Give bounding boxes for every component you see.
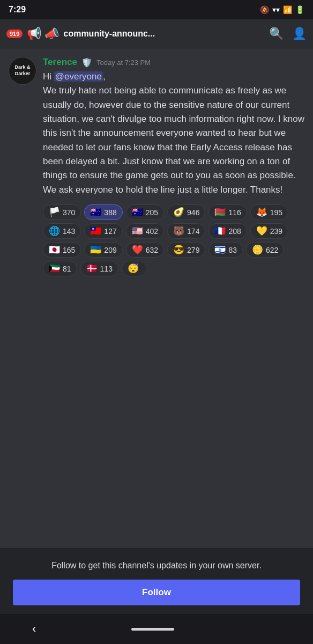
follow-text: Follow to get this channel's updates in … xyxy=(13,559,300,572)
reaction-count: 209 xyxy=(104,246,116,254)
app-header: 919 📢 📣 community-announc... 🔍 👤 xyxy=(0,19,313,48)
reaction-count: 388 xyxy=(104,208,116,217)
username: Terence xyxy=(43,57,77,68)
reaction-emoji: 💛 xyxy=(256,226,267,236)
reaction-count: 83 xyxy=(228,246,237,254)
follow-banner: Follow to get this channel's updates in … xyxy=(0,548,313,614)
reaction-emoji: 🪙 xyxy=(252,245,263,254)
reaction-pill[interactable]: 🐻174 xyxy=(167,223,205,239)
reaction-emoji: 🐻 xyxy=(173,226,184,236)
reaction-emoji: ❤️ xyxy=(132,245,143,254)
reaction-count: 946 xyxy=(187,208,199,217)
reaction-count: 116 xyxy=(228,208,241,217)
reaction-emoji: 🇺🇸 xyxy=(132,226,143,236)
header-actions: 🔍 👤 xyxy=(269,27,307,41)
reaction-count: 165 xyxy=(63,246,75,254)
reaction-count: 143 xyxy=(63,227,75,236)
channel-name: community-announc... xyxy=(63,29,265,39)
reaction-count: 370 xyxy=(63,208,75,217)
bottom-nav: ‹ xyxy=(0,614,313,644)
battery-icon: 🔋 xyxy=(295,5,304,14)
reaction-emoji: 🇫🇷 xyxy=(214,226,226,236)
channel-megaphone-icon: 📢 📣 xyxy=(27,27,59,41)
reaction-pill[interactable]: 🏳️370 xyxy=(43,204,81,220)
reaction-emoji: 😴 xyxy=(128,264,139,273)
reaction-pill[interactable]: 🇦🇺205 xyxy=(126,204,164,220)
message-area: Dark & Darker Terence 🛡️ Today at 7:23 P… xyxy=(0,48,313,548)
reaction-pill[interactable]: 🇮🇱83 xyxy=(208,242,243,258)
reaction-pill[interactable]: 🇫🇷208 xyxy=(208,223,247,239)
notification-off-icon: 🔕 xyxy=(260,5,269,14)
status-bar: 7:29 🔕 ▾▾ 📶 🔋 xyxy=(0,0,313,19)
reaction-pill[interactable]: 🇩🇰113 xyxy=(80,261,118,276)
reaction-emoji: 🇰🇼 xyxy=(49,264,60,273)
reaction-emoji: 🇩🇰 xyxy=(86,264,98,273)
search-icon[interactable]: 🔍 xyxy=(269,27,284,41)
avatar-text: Dark & Darker xyxy=(14,64,30,77)
reaction-pill[interactable]: 🦊195 xyxy=(250,204,288,220)
status-icons: 🔕 ▾▾ 📶 🔋 xyxy=(260,5,304,14)
message-content: Terence 🛡️ Today at 7:23 PM Hi @everyone… xyxy=(43,57,304,276)
reaction-count: 205 xyxy=(146,208,158,217)
reaction-count: 174 xyxy=(187,227,199,236)
reaction-pill[interactable]: ❤️632 xyxy=(126,242,164,258)
message-container: Dark & Darker Terence 🛡️ Today at 7:23 P… xyxy=(9,57,304,276)
reaction-count: 208 xyxy=(228,227,241,236)
home-indicator[interactable] xyxy=(131,628,174,631)
reactions-grid: 🏳️370🇦🇺388🇦🇺205🥑946🇧🇾116🦊195🌐143🇹🇼127🇺🇸4… xyxy=(43,204,304,276)
message-body: Hi @everyone, We truly hate not being ab… xyxy=(43,70,304,197)
reaction-count: 113 xyxy=(100,265,113,273)
reaction-emoji: 🦊 xyxy=(256,208,267,217)
reaction-emoji: 🇧🇾 xyxy=(214,208,226,217)
mod-badge-icon: 🛡️ xyxy=(81,57,92,68)
signal-icon: 📶 xyxy=(283,5,292,14)
reaction-pill[interactable]: 💛239 xyxy=(250,223,288,239)
notification-badge: 919 xyxy=(6,30,23,38)
reaction-emoji: 🇮🇱 xyxy=(214,245,226,254)
reaction-pill[interactable]: 🇺🇦209 xyxy=(84,242,122,258)
reaction-pill[interactable]: 🥑946 xyxy=(167,204,205,220)
timestamp: Today at 7:23 PM xyxy=(96,58,151,67)
reaction-pill[interactable]: 🇺🇸402 xyxy=(126,223,164,239)
reaction-count: 195 xyxy=(270,208,282,217)
reaction-emoji: 🇹🇼 xyxy=(90,226,101,236)
reaction-emoji: 🥑 xyxy=(173,208,184,217)
reaction-pill[interactable]: 🌐143 xyxy=(43,223,81,239)
reaction-count: 622 xyxy=(266,246,278,254)
reaction-count: 239 xyxy=(270,227,282,236)
reaction-emoji: 🇦🇺 xyxy=(90,208,101,217)
profile-icon[interactable]: 👤 xyxy=(292,27,307,41)
reaction-count: 632 xyxy=(146,246,158,254)
back-button[interactable]: ‹ xyxy=(32,622,36,636)
reaction-emoji: 🇦🇺 xyxy=(132,208,143,217)
reaction-count: 127 xyxy=(104,227,116,236)
mention-everyone: @everyone xyxy=(54,71,103,82)
reaction-emoji: 😎 xyxy=(173,245,184,254)
reaction-emoji: 🌐 xyxy=(49,226,60,236)
follow-button[interactable]: Follow xyxy=(13,580,300,605)
avatar[interactable]: Dark & Darker xyxy=(9,57,36,85)
reaction-emoji: 🇺🇦 xyxy=(90,245,101,254)
reaction-pill[interactable]: 🇧🇾116 xyxy=(208,204,247,220)
message-header: Terence 🛡️ Today at 7:23 PM xyxy=(43,57,304,68)
reaction-pill[interactable]: 🇹🇼127 xyxy=(84,223,122,239)
reaction-count: 279 xyxy=(187,246,199,254)
reaction-count: 402 xyxy=(146,227,158,236)
reaction-emoji: 🏳️ xyxy=(49,208,60,217)
reaction-pill[interactable]: 🇯🇵165 xyxy=(43,242,81,258)
reaction-pill[interactable]: 😎279 xyxy=(167,242,205,258)
reaction-pill[interactable]: 🇦🇺388 xyxy=(84,204,122,220)
reaction-pill[interactable]: 🪙622 xyxy=(246,242,284,258)
status-time: 7:29 xyxy=(9,5,26,14)
reaction-pill[interactable]: 🇰🇼81 xyxy=(43,261,77,276)
reaction-pill[interactable]: 😴 xyxy=(122,261,147,276)
reaction-emoji: 🇯🇵 xyxy=(49,245,60,254)
reaction-count: 81 xyxy=(63,265,71,273)
wifi-icon: ▾▾ xyxy=(272,5,280,14)
